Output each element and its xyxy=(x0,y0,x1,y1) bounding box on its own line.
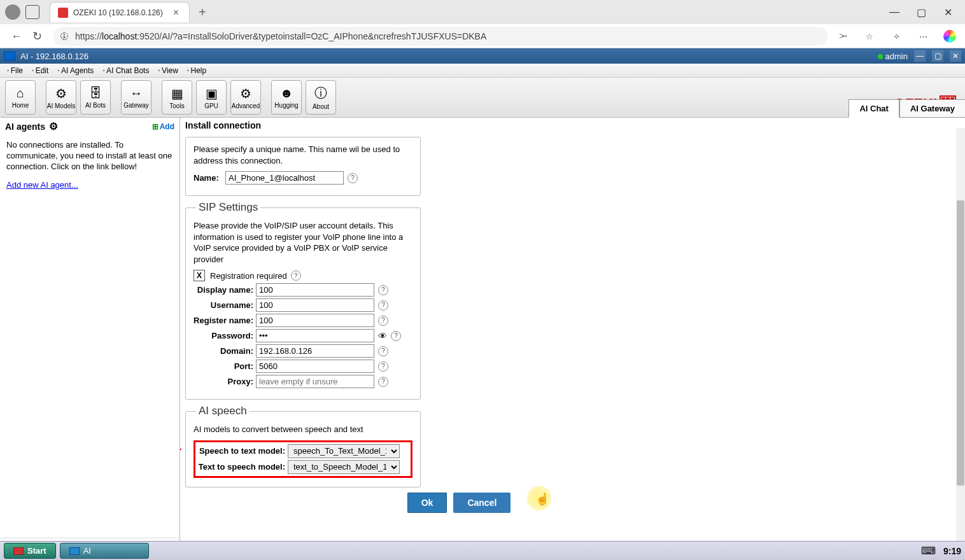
help-icon[interactable]: ? xyxy=(378,377,388,387)
ribbon-gpu[interactable]: ▣GPU xyxy=(196,80,227,115)
scroll-thumb[interactable] xyxy=(957,200,964,486)
registration-required-label: Registration required xyxy=(210,271,287,281)
tab-ai-chat[interactable]: AI Chat xyxy=(849,99,899,118)
window-minimize-button[interactable]: — xyxy=(889,6,900,18)
registration-required-checkbox[interactable]: X xyxy=(194,270,205,281)
password-input[interactable] xyxy=(256,329,374,342)
ok-button[interactable]: Ok xyxy=(407,493,447,513)
app-minimize-button[interactable]: — xyxy=(914,50,926,62)
menu-view[interactable]: View xyxy=(153,65,182,76)
port-input[interactable] xyxy=(256,360,374,373)
tab-overview-icon[interactable] xyxy=(25,5,39,19)
browser-tab[interactable]: OZEKI 10 (192.168.0.126) × xyxy=(50,2,190,22)
taskbar-item-ai[interactable]: AI xyxy=(60,543,149,559)
display-name-input[interactable] xyxy=(256,283,374,297)
site-info-icon[interactable]: 🛈 xyxy=(60,31,69,41)
ribbon-hugging[interactable]: ☻Hugging xyxy=(271,80,302,115)
app-icon xyxy=(4,52,15,60)
name-section-desc: Please specify a unique name. This name … xyxy=(194,144,412,166)
help-icon[interactable]: ? xyxy=(378,300,388,311)
menu-help[interactable]: Help xyxy=(183,65,211,76)
ribbon-ai-bots[interactable]: 🗄AI Bots xyxy=(80,80,111,115)
home-icon: ⌂ xyxy=(17,86,24,101)
url-host: localhost xyxy=(102,31,137,41)
sidebar-add-link[interactable]: Add xyxy=(152,122,174,131)
menu-file[interactable]: File xyxy=(3,65,27,76)
browser-back-button[interactable]: ← xyxy=(6,26,27,46)
start-button[interactable]: Start xyxy=(4,543,56,559)
help-icon[interactable]: ? xyxy=(291,270,301,281)
menu-ai-chat-bots[interactable]: AI Chat Bots xyxy=(98,65,153,76)
keyboard-icon[interactable]: ⌨ xyxy=(921,545,936,557)
register-name-label: Register name: xyxy=(194,316,256,325)
models-icon: ⚙ xyxy=(55,86,67,101)
tab-ai-gateway[interactable]: AI Gateway xyxy=(899,99,965,118)
app-close-button[interactable]: ✕ xyxy=(950,50,961,62)
ribbon-gateway[interactable]: ↔Gateway xyxy=(121,80,151,115)
help-icon[interactable]: ? xyxy=(348,173,358,183)
help-icon[interactable]: ? xyxy=(391,331,401,341)
username-input[interactable] xyxy=(256,298,374,312)
stt-label: Speech to text model: xyxy=(197,446,288,456)
domain-label: Domain: xyxy=(194,346,256,356)
display-name-label: Display name: xyxy=(194,285,256,295)
stt-select[interactable]: speech_To_Text_Model_1 xyxy=(288,444,400,458)
ribbon-advanced[interactable]: ⚙Advanced xyxy=(230,80,261,115)
sip-legend: SIP Settings xyxy=(196,201,260,214)
tts-select[interactable]: text_to_Speech_Model_1 xyxy=(288,460,400,474)
show-password-icon[interactable]: 👁 xyxy=(378,331,387,341)
app-title-bar: AI - 192.168.0.126 admin — ▢ ✕ xyxy=(0,48,965,64)
browser-refresh-button[interactable]: ↻ xyxy=(27,26,47,46)
extension-icon[interactable] xyxy=(941,27,959,45)
annotation-arrow-icon xyxy=(180,431,182,468)
new-tab-button[interactable]: + xyxy=(190,5,215,20)
password-label: Password: xyxy=(194,331,256,340)
highlighted-fields: Speech to text model:speech_To_Text_Mode… xyxy=(194,440,412,478)
menu-edit[interactable]: Edit xyxy=(27,65,53,76)
gateway-icon: ↔ xyxy=(130,86,143,101)
domain-input[interactable] xyxy=(256,344,374,358)
help-icon[interactable]: ? xyxy=(378,346,388,356)
browser-profile-icon[interactable] xyxy=(5,4,20,20)
gpu-icon: ▣ xyxy=(206,86,218,101)
register-name-input[interactable] xyxy=(256,314,374,327)
content-heading: Install connection xyxy=(180,118,965,133)
name-input[interactable] xyxy=(225,171,344,185)
help-icon[interactable]: ? xyxy=(378,285,388,295)
name-label: Name: xyxy=(194,173,225,183)
cancel-button[interactable]: Cancel xyxy=(453,493,511,513)
ribbon-home[interactable]: ⌂Home xyxy=(5,80,36,115)
favorites-icon[interactable]: ✧ xyxy=(887,27,905,45)
proxy-label: Proxy: xyxy=(194,377,256,386)
tab-close-icon[interactable]: × xyxy=(171,7,181,18)
menu-ai-agents[interactable]: AI Agents xyxy=(53,65,98,76)
port-label: Port: xyxy=(194,361,256,371)
sidebar-info-text: No connections are installed. To communi… xyxy=(0,135,180,175)
app-maximize-button[interactable]: ▢ xyxy=(932,50,943,62)
add-new-agent-link[interactable]: Add new AI agent... xyxy=(0,175,180,195)
advanced-icon: ⚙ xyxy=(240,86,251,101)
translate-icon[interactable]: ⭃ xyxy=(834,27,852,45)
tts-label: Text to speech model: xyxy=(197,462,288,472)
proxy-input[interactable] xyxy=(256,375,374,388)
ai-speech-legend: AI speech xyxy=(196,405,250,417)
user-status[interactable]: admin xyxy=(878,52,908,61)
help-icon[interactable]: ? xyxy=(378,361,388,372)
svg-marker-0 xyxy=(180,431,182,468)
help-icon[interactable]: ? xyxy=(378,316,388,326)
taskbar-clock: 9:19 xyxy=(943,546,961,556)
bookmark-icon[interactable]: ☆ xyxy=(861,27,878,45)
about-icon: ⓘ xyxy=(314,85,327,102)
tab-favicon-icon xyxy=(58,8,68,18)
app-title: AI - 192.168.0.126 xyxy=(20,52,88,61)
address-bar[interactable]: 🛈 https:// localhost :9520/AI/?a=Install… xyxy=(53,27,828,46)
url-scheme: https:// xyxy=(75,31,102,41)
ai-speech-desc: AI models to convert between speech and … xyxy=(194,424,412,435)
username-label: Username: xyxy=(194,300,256,310)
window-maximize-button[interactable]: ▢ xyxy=(915,6,927,18)
ribbon-tools[interactable]: ▦Tools xyxy=(162,80,192,115)
ribbon-ai-models[interactable]: ⚙AI Models xyxy=(46,80,76,115)
window-close-button[interactable]: ✕ xyxy=(942,6,954,18)
overflow-menu-icon[interactable]: ⋯ xyxy=(914,27,932,45)
ribbon-about[interactable]: ⓘAbout xyxy=(306,80,336,115)
